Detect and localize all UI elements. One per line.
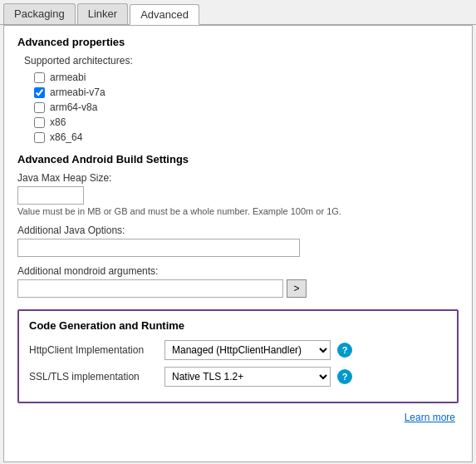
httpclient-dropdown[interactable]: Managed (HttpClientHandler) AndroidClien… xyxy=(164,340,331,360)
arch-armeabi-v7a-row: armeabi-v7a xyxy=(34,86,459,98)
heap-label: Java Max Heap Size: xyxy=(17,172,459,184)
mondroid-row: > xyxy=(17,279,459,298)
arch-armeabi-label: armeabi xyxy=(50,72,86,83)
tab-advanced[interactable]: Advanced xyxy=(130,4,199,25)
ssl-dropdown[interactable]: Native TLS 1.2+ Mono / Managed TLS xyxy=(164,367,331,387)
heap-input[interactable] xyxy=(17,186,84,205)
arch-armeabi-v7a-checkbox[interactable] xyxy=(34,87,45,98)
arch-x86-row: x86 xyxy=(34,116,459,128)
tab-bar: Packaging Linker Advanced xyxy=(0,0,476,25)
java-options-field-group: Additional Java Options: xyxy=(17,225,459,257)
main-content: Advanced properties Supported architectu… xyxy=(3,25,473,462)
httpclient-help-icon[interactable]: ? xyxy=(337,343,352,358)
arch-x86-64-label: x86_64 xyxy=(50,131,82,143)
arch-label: Supported architectures: xyxy=(24,55,459,67)
arch-x86-64-checkbox[interactable] xyxy=(34,132,45,143)
httpclient-row: HttpClient Implementation Managed (HttpC… xyxy=(29,340,447,360)
arch-armeabi-row: armeabi xyxy=(34,72,459,83)
ssl-help-icon[interactable]: ? xyxy=(337,369,352,384)
browse-button[interactable]: > xyxy=(287,279,307,298)
properties-title: Advanced properties xyxy=(17,36,459,48)
mondroid-field-group: Additional mondroid arguments: > xyxy=(17,265,459,298)
learn-more-link[interactable]: Learn more xyxy=(405,412,455,423)
tab-packaging[interactable]: Packaging xyxy=(3,3,76,24)
arch-arm64-v8a-label: arm64-v8a xyxy=(50,101,97,113)
arch-armeabi-v7a-label: armeabi-v7a xyxy=(50,86,106,98)
arch-armeabi-checkbox[interactable] xyxy=(34,72,45,83)
code-gen-section: Code Generation and Runtime HttpClient I… xyxy=(17,309,459,403)
mondroid-input[interactable] xyxy=(17,279,283,298)
arch-x86-label: x86 xyxy=(50,116,66,128)
heap-hint: Value must be in MB or GB and must be a … xyxy=(17,206,459,216)
httpclient-label: HttpClient Implementation xyxy=(29,344,158,356)
ssl-row: SSL/TLS implementation Native TLS 1.2+ M… xyxy=(29,367,447,387)
learn-more-row: Learn more xyxy=(17,412,459,423)
arch-x86-checkbox[interactable] xyxy=(34,117,45,128)
arch-arm64-v8a-checkbox[interactable] xyxy=(34,102,45,113)
ssl-label: SSL/TLS implementation xyxy=(29,371,158,383)
java-options-input[interactable] xyxy=(17,239,300,257)
code-gen-title: Code Generation and Runtime xyxy=(29,319,447,332)
arch-arm64-v8a-row: arm64-v8a xyxy=(34,101,459,113)
java-options-label: Additional Java Options: xyxy=(17,225,459,236)
build-settings-title: Advanced Android Build Settings xyxy=(17,153,459,165)
arch-x86-64-row: x86_64 xyxy=(34,131,459,143)
tab-linker[interactable]: Linker xyxy=(77,3,128,24)
architectures-list: armeabi armeabi-v7a arm64-v8a x86 x86_64 xyxy=(17,72,459,143)
heap-field-group: Java Max Heap Size: Value must be in MB … xyxy=(17,172,459,216)
mondroid-label: Additional mondroid arguments: xyxy=(17,265,459,277)
